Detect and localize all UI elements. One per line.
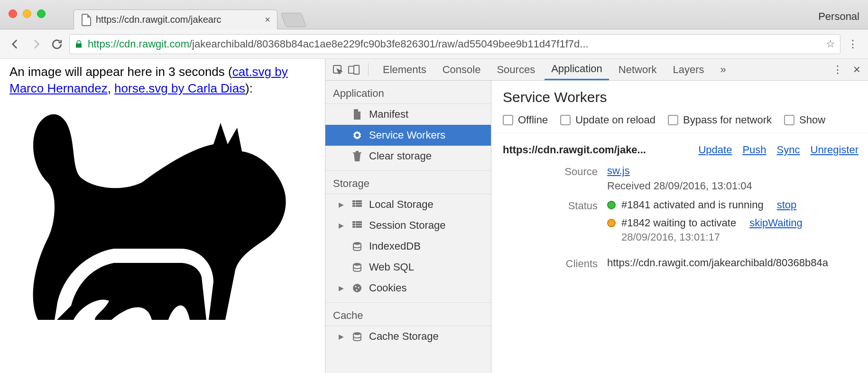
close-tab-button[interactable]: × [265, 14, 270, 25]
sidebar-item-label: Cache Storage [369, 330, 439, 343]
database-icon [352, 331, 362, 342]
grid-icon [352, 199, 362, 210]
sw-push-link[interactable]: Push [742, 144, 766, 156]
sw-waiting-time: 28/09/2016, 13:01:17 [621, 231, 859, 243]
new-tab-button[interactable] [281, 13, 307, 27]
inspect-icon[interactable] [331, 63, 344, 76]
tabstrip: https://cdn.rawgit.com/jakearc × [74, 0, 304, 29]
minimize-window-button[interactable] [23, 9, 31, 18]
checkbox-icon[interactable] [784, 115, 794, 125]
tab-layers[interactable]: Layers [666, 59, 711, 80]
chevron-right-icon: ▶ [339, 284, 345, 292]
sw-skipwaiting-link[interactable]: skipWaiting [749, 217, 803, 229]
browser-menu-button[interactable]: ⋮ [844, 38, 861, 50]
cat-image [9, 97, 294, 334]
maximize-window-button[interactable] [37, 9, 46, 18]
link-horse-svg[interactable]: horse.svg by Carla Dias [114, 81, 245, 95]
option-show-all[interactable]: Show [784, 114, 825, 126]
chevron-right-icon: ▶ [339, 222, 345, 229]
tab-elements[interactable]: Elements [376, 59, 433, 80]
content-area: An image will appear here in 3 seconds (… [0, 59, 868, 373]
devtools: Elements Console Sources Application Net… [325, 59, 868, 373]
reload-button[interactable] [48, 36, 65, 53]
sidebar-group-cache: Cache [325, 303, 491, 326]
option-label: Update on reload [575, 114, 656, 126]
database-icon [352, 241, 362, 252]
checkbox-icon[interactable] [560, 115, 571, 125]
svg-rect-5 [352, 203, 355, 205]
svg-rect-7 [352, 205, 355, 207]
sw-clients: https://cdn.rawgit.com/jakearchibald/803… [607, 257, 859, 269]
back-button[interactable] [7, 36, 24, 53]
devtools-close-button[interactable]: × [853, 62, 860, 77]
label-source: Source [503, 165, 598, 178]
svg-rect-6 [356, 203, 362, 205]
close-window-button[interactable] [9, 9, 17, 18]
sidebar-item-cache-storage[interactable]: ▶ Cache Storage [325, 326, 491, 347]
browser-tab[interactable]: https://cdn.rawgit.com/jakearc × [74, 9, 277, 29]
sidebar-item-label: Web SQL [369, 261, 414, 273]
sidebar-item-label: Service Workers [369, 129, 445, 141]
address-bar[interactable]: https://cdn.rawgit.com/jakearchibald/803… [69, 34, 840, 54]
sw-source-file[interactable]: sw.js [607, 165, 630, 177]
checkbox-icon[interactable] [668, 115, 678, 125]
option-bypass-for-network[interactable]: Bypass for network [668, 114, 772, 126]
sw-stop-link[interactable]: stop [777, 199, 797, 211]
sidebar-item-clear-storage[interactable]: Clear storage [325, 146, 491, 167]
svg-rect-14 [356, 226, 362, 228]
device-toggle-icon[interactable] [347, 63, 360, 76]
tab-sources[interactable]: Sources [490, 59, 542, 80]
sw-sync-link[interactable]: Sync [777, 144, 800, 156]
svg-point-21 [353, 332, 361, 335]
option-offline[interactable]: Offline [503, 114, 548, 126]
tabs-overflow[interactable]: » [714, 59, 733, 80]
svg-rect-2 [354, 65, 359, 74]
option-update-on-reload[interactable]: Update on reload [560, 114, 656, 126]
sidebar-item-label: Local Storage [369, 198, 434, 211]
sidebar-group-storage: Storage [325, 171, 491, 194]
sidebar-item-label: Clear storage [369, 150, 432, 162]
file-icon [352, 109, 362, 120]
devtools-menu-button[interactable]: ⋮ [832, 64, 843, 76]
svg-rect-13 [352, 226, 355, 228]
bookmark-star-icon[interactable]: ☆ [826, 38, 835, 50]
file-icon [82, 14, 91, 26]
tab-application[interactable]: Application [545, 59, 609, 80]
sidebar-item-service-workers[interactable]: Service Workers [325, 125, 491, 146]
sidebar-item-websql[interactable]: Web SQL [325, 257, 491, 278]
page-body: An image will appear here in 3 seconds (… [0, 59, 325, 373]
sidebar-item-cookies[interactable]: ▶ Cookies [325, 278, 491, 298]
cookie-icon [352, 283, 362, 293]
database-icon [352, 262, 362, 272]
tab-title: https://cdn.rawgit.com/jakearc [96, 14, 222, 25]
forward-button[interactable] [28, 36, 45, 53]
sidebar-item-indexeddb[interactable]: IndexedDB [325, 236, 491, 257]
status-dot-orange-icon [607, 219, 616, 227]
service-worker-block: https://cdn.rawgit.com/jake... Update Pu… [491, 133, 868, 270]
sidebar-item-session-storage[interactable]: ▶ Session Storage [325, 215, 491, 236]
profile-label[interactable]: Personal [818, 10, 859, 23]
option-label: Bypass for network [683, 114, 772, 126]
panel-title: Service Workers [491, 81, 868, 105]
option-label: Offline [518, 114, 548, 126]
tab-console[interactable]: Console [436, 59, 488, 80]
sw-update-link[interactable]: Update [698, 144, 732, 156]
window-titlebar: https://cdn.rawgit.com/jakearc × Persona… [0, 0, 868, 29]
sw-status-waiting: #1842 waiting to activate [621, 217, 736, 229]
label-clients: Clients [503, 257, 598, 270]
svg-point-20 [356, 289, 358, 291]
sw-unregister-link[interactable]: Unregister [811, 144, 859, 156]
navbar: https://cdn.rawgit.com/jakearchibald/803… [0, 29, 868, 59]
svg-point-19 [358, 287, 360, 289]
svg-rect-4 [356, 200, 362, 202]
checkbox-icon[interactable] [503, 115, 513, 125]
tab-network[interactable]: Network [612, 59, 664, 80]
sidebar-item-manifest[interactable]: Manifest [325, 104, 491, 125]
svg-rect-9 [352, 221, 355, 223]
sw-status-activated: #1841 activated and is running [621, 199, 764, 211]
sidebar-item-local-storage[interactable]: ▶ Local Storage [325, 194, 491, 215]
sidebar-item-label: Cookies [369, 282, 406, 294]
svg-point-17 [353, 284, 361, 292]
sidebar-group-application: Application [325, 81, 491, 104]
svg-point-18 [355, 286, 357, 288]
